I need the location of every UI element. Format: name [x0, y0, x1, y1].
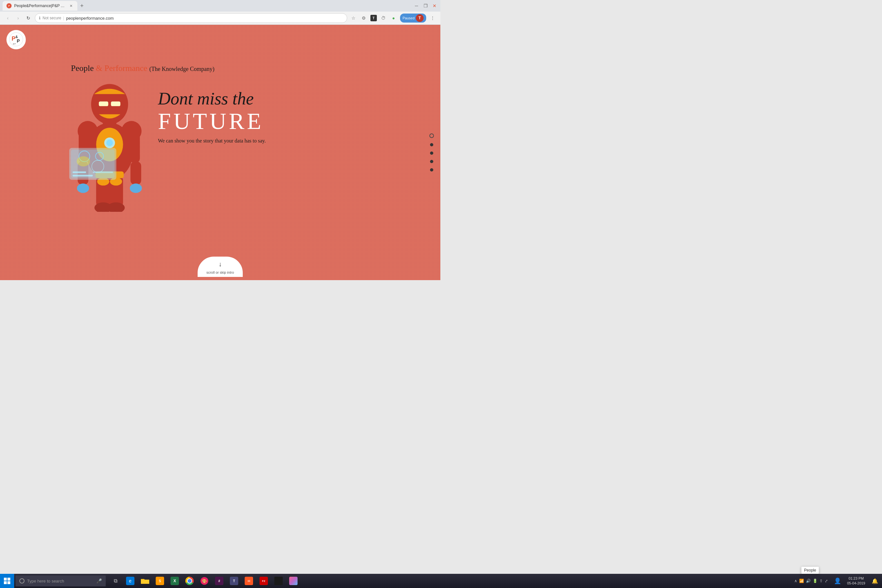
hero-line2: FUTURE [158, 110, 266, 133]
title-bar: P People&Performance|P&P NexG... ✕ + ─ ❒… [0, 0, 440, 12]
nav-dot-2[interactable] [430, 143, 433, 146]
hero-line1: Dont miss the [158, 89, 266, 108]
svg-text:& P: & P [13, 43, 16, 45]
bookmark-star-icon[interactable]: ☆ [350, 14, 357, 22]
website-content: P & P & P People & Performance (The Know… [0, 25, 440, 280]
svg-point-10 [106, 140, 113, 146]
minimize-button[interactable]: ─ [413, 3, 420, 9]
extension2-icon[interactable]: ● [390, 14, 398, 22]
maximize-button[interactable]: ❒ [422, 3, 429, 9]
svg-rect-36 [72, 171, 86, 173]
back-button[interactable]: ‹ [4, 14, 12, 22]
nav-dots [429, 134, 434, 171]
paused-badge: Paused T [400, 14, 426, 22]
url-display: peoplenperformance.com [66, 16, 114, 21]
new-tab-button[interactable]: + [77, 1, 86, 10]
hero-text: Dont miss the FUTURE We can show you the… [158, 89, 266, 144]
svg-rect-21 [99, 102, 108, 106]
close-button[interactable]: ✕ [431, 3, 438, 9]
hero-tagline: We can show you the story that your data… [158, 138, 266, 144]
svg-point-39 [77, 156, 90, 166]
tab-close-button[interactable]: ✕ [68, 3, 74, 8]
svg-rect-38 [93, 171, 113, 173]
nav-dot-4[interactable] [430, 160, 433, 163]
svg-text:P: P [17, 38, 20, 44]
scroll-label: scroll or skip intro [206, 270, 234, 274]
svg-rect-16 [130, 161, 141, 185]
refresh-button[interactable]: ↻ [24, 14, 32, 22]
svg-rect-22 [111, 102, 120, 106]
toolbar-icons: ☆ ⚙ T ⏱ ● Paused T ⋮ [350, 14, 436, 22]
ironman-image [58, 57, 161, 212]
svg-point-17 [77, 183, 89, 193]
tab-favicon: P [6, 3, 12, 8]
tab-title: People&Performance|P&P NexG... [14, 3, 66, 8]
scroll-indicator[interactable]: ↓ scroll or skip intro [198, 256, 243, 277]
menu-button[interactable]: ⋮ [429, 14, 436, 22]
svg-rect-14 [130, 129, 140, 163]
nav-dot-5[interactable] [430, 168, 433, 171]
svg-rect-32 [71, 150, 115, 178]
browser-chrome: P People&Performance|P&P NexG... ✕ + ─ ❒… [0, 0, 440, 25]
svg-point-18 [130, 183, 142, 193]
browser-tab[interactable]: P People&Performance|P&P NexG... ✕ [3, 1, 77, 10]
address-bar: ‹ › ↻ ℹ Not secure | peoplenperformance.… [0, 12, 440, 24]
svg-text:P: P [12, 36, 15, 42]
security-label: Not secure [42, 16, 61, 20]
security-icon: ℹ [39, 16, 40, 20]
site-logo: P & P & P [6, 30, 26, 50]
scroll-arrow-icon: ↓ [206, 261, 235, 268]
address-input[interactable]: ℹ Not secure | peoplenperformance.com [35, 13, 347, 23]
nav-dot-1[interactable] [429, 134, 434, 138]
svg-rect-23 [103, 120, 116, 127]
nav-dot-3[interactable] [430, 152, 433, 155]
forward-button[interactable]: › [14, 14, 22, 22]
history-icon[interactable]: ⏱ [380, 14, 387, 22]
tampermonkey-icon[interactable]: T [370, 15, 377, 21]
svg-rect-37 [72, 175, 93, 176]
svg-text:P: P [8, 5, 10, 7]
window-controls: ─ ❒ ✕ [413, 3, 438, 9]
user-avatar: T [416, 14, 424, 22]
extensions-icon[interactable]: ⚙ [360, 14, 368, 22]
paused-label: Paused [403, 16, 415, 20]
